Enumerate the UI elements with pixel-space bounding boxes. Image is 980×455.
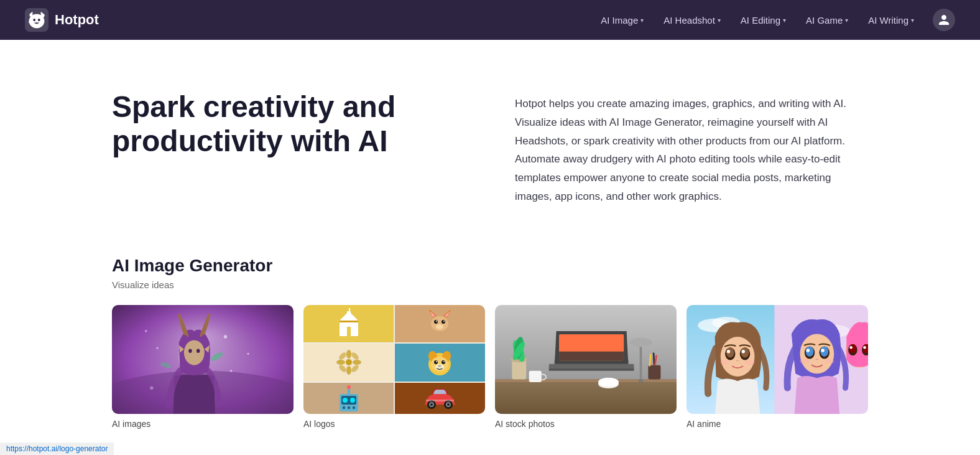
section-title: AI Image Generator (112, 256, 868, 276)
nav-item-ai-writing[interactable]: AI Writing ▾ (859, 10, 923, 30)
nav-label-ai-editing: AI Editing (741, 15, 780, 26)
svg-point-37 (436, 324, 443, 329)
svg-point-55 (443, 361, 445, 362)
svg-point-89 (629, 337, 652, 347)
ai-image-generator-section: AI Image Generator Visualize ideas (0, 243, 980, 454)
nav-label-ai-writing: AI Writing (868, 15, 908, 26)
svg-point-32 (434, 320, 438, 324)
chevron-down-icon: ▾ (718, 17, 721, 24)
image-card-ai-logos[interactable]: AI logos (303, 305, 485, 429)
nav-item-ai-headshot[interactable]: AI Headshot ▾ (655, 10, 729, 30)
svg-point-108 (727, 349, 730, 352)
svg-point-9 (184, 340, 205, 365)
svg-point-110 (721, 359, 730, 365)
user-icon (938, 14, 950, 26)
card-label-ai-stock: AI stock photos (495, 419, 677, 429)
card-label-ai-logos: AI logos (303, 419, 485, 429)
chevron-down-icon: ▾ (911, 17, 914, 24)
svg-point-33 (441, 320, 445, 324)
logo-cell-flower (303, 344, 394, 382)
svg-rect-90 (639, 379, 643, 382)
image-card-ai-anime[interactable]: AI anime (686, 305, 868, 429)
svg-rect-64 (343, 406, 345, 409)
nav-item-ai-editing[interactable]: AI Editing ▾ (732, 10, 795, 30)
hotpot-logo-icon (25, 8, 49, 32)
svg-point-41 (346, 366, 351, 375)
svg-point-2 (29, 14, 45, 29)
svg-point-15 (150, 386, 153, 389)
svg-rect-23 (349, 308, 350, 313)
nav-label-ai-image: AI Image (601, 15, 638, 26)
nav-links: AI Image ▾ AI Headshot ▾ AI Editing ▾ AI… (592, 9, 955, 31)
svg-rect-75 (495, 379, 677, 414)
hero-description: Hotpot helps you create amazing images, … (515, 95, 868, 206)
svg-point-63 (347, 385, 351, 389)
image-card-img-anime (686, 305, 868, 414)
logos-grid (303, 305, 485, 414)
chevron-down-icon: ▾ (845, 17, 848, 24)
card-label-ai-images: AI images (112, 419, 294, 429)
logo-cell-corgi (395, 344, 485, 382)
nav-label-ai-game: AI Game (806, 15, 843, 26)
image-card-ai-stock[interactable]: AI stock photos (495, 305, 677, 429)
logo-cell-church (303, 305, 394, 343)
brand-name: Hotpot (55, 12, 99, 28)
status-bar: https://hotpot.ai/logo-generator (0, 443, 114, 454)
image-card-img-logos (303, 305, 485, 414)
svg-point-14 (230, 369, 233, 372)
navbar: Hotpot AI Image ▾ AI Headshot ▾ AI Editi… (0, 0, 980, 40)
svg-point-10 (188, 349, 192, 352)
section-subtitle: Visualize ideas (112, 279, 868, 290)
svg-rect-25 (340, 321, 358, 322)
svg-point-96 (598, 377, 619, 387)
hero-right: Hotpot helps you create amazing images, … (515, 90, 868, 206)
svg-point-127 (863, 346, 866, 349)
svg-point-120 (825, 358, 834, 364)
user-account-button[interactable] (933, 9, 955, 31)
svg-point-35 (443, 321, 445, 322)
logo-cell-fox (395, 305, 485, 343)
svg-rect-84 (559, 334, 624, 351)
svg-rect-65 (348, 406, 350, 409)
svg-rect-77 (512, 359, 526, 379)
nav-label-ai-headshot: AI Headshot (663, 15, 715, 26)
image-card-img-fantasy (112, 305, 294, 414)
svg-point-13 (156, 347, 159, 349)
logo-link[interactable]: Hotpot (25, 8, 99, 32)
nav-item-ai-image[interactable]: AI Image ▾ (592, 10, 652, 30)
hero-left: Spark creativity and productivity with A… (112, 90, 465, 173)
card-label-ai-anime: AI anime (686, 419, 868, 429)
svg-rect-85 (559, 351, 624, 360)
svg-point-3 (33, 19, 35, 21)
svg-point-54 (436, 361, 437, 362)
svg-point-4 (38, 19, 40, 21)
svg-point-12 (224, 335, 227, 338)
svg-point-52 (434, 360, 438, 364)
svg-point-17 (145, 330, 147, 332)
svg-point-119 (800, 358, 810, 364)
hero-title: Spark creativity and productivity with A… (112, 90, 465, 158)
svg-point-109 (742, 349, 745, 352)
svg-rect-24 (347, 327, 351, 336)
svg-point-16 (247, 353, 249, 355)
svg-rect-91 (648, 365, 660, 379)
chevron-down-icon: ▾ (640, 17, 644, 24)
image-card-ai-images[interactable]: AI images (112, 305, 294, 429)
svg-point-39 (346, 359, 352, 365)
chevron-down-icon: ▾ (783, 17, 786, 24)
svg-point-117 (807, 349, 810, 352)
svg-point-61 (350, 398, 355, 403)
svg-point-34 (436, 321, 437, 322)
image-grid: AI images (112, 305, 868, 429)
svg-rect-66 (353, 406, 355, 409)
svg-point-126 (849, 346, 853, 349)
svg-point-111 (746, 359, 755, 365)
svg-rect-87 (549, 368, 634, 371)
hero-section: Spark creativity and productivity with A… (0, 40, 980, 243)
logo-cell-racecar (395, 383, 485, 414)
svg-point-53 (441, 360, 445, 364)
logo-cell-robot (303, 383, 394, 414)
svg-point-40 (346, 350, 351, 359)
stock-photo-illustration (495, 305, 677, 414)
nav-item-ai-game[interactable]: AI Game ▾ (797, 10, 857, 30)
